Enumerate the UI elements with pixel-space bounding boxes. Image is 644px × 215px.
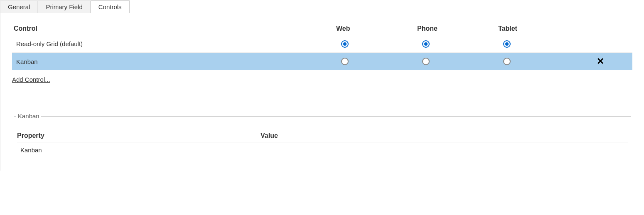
header-phone: Phone [417,25,498,32]
radio-phone[interactable] [422,40,430,48]
radio-tablet[interactable] [503,58,511,65]
header-blank [579,25,612,32]
details-header: Property Value [17,132,628,142]
radio-web[interactable] [341,58,349,65]
radio-web[interactable] [341,40,349,48]
header-web: Web [336,25,417,32]
detail-value [264,147,628,154]
details-fieldset: Kanban Property Value Kanban [14,116,631,162]
add-control-container: Add Control... [12,76,632,83]
tab-bar: General Primary Field Controls [0,0,644,13]
tab-primary-field[interactable]: Primary Field [38,0,90,13]
details-row[interactable]: Kanban [17,142,628,158]
fieldset-legend: Kanban [16,112,41,120]
control-row-readonly-grid[interactable]: Read-only Grid (default) [12,35,632,53]
tab-controls[interactable]: Controls [91,0,130,13]
control-name: Kanban [12,58,336,65]
radio-tablet[interactable] [503,40,511,48]
add-control-link[interactable]: Add Control... [12,76,50,83]
tab-general[interactable]: General [0,0,38,13]
detail-property: Kanban [20,147,264,154]
controls-table-header: Control Web Phone Tablet [12,25,632,35]
tab-content: Control Web Phone Tablet Read-only Grid … [0,13,644,171]
radio-phone[interactable] [422,58,430,65]
close-icon[interactable]: ✕ [597,56,604,67]
control-row-kanban[interactable]: Kanban ✕ [12,53,632,70]
header-property: Property [17,132,261,139]
header-value: Value [261,132,628,139]
header-control: Control [12,25,336,32]
header-tablet: Tablet [498,25,579,32]
control-name: Read-only Grid (default) [12,40,336,47]
